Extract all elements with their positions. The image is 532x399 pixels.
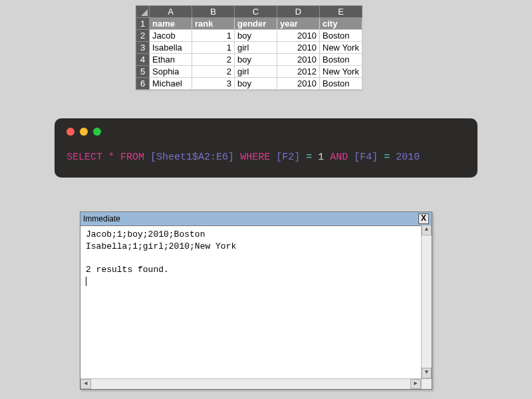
select-all-corner[interactable] <box>136 6 150 18</box>
horizontal-scrollbar[interactable]: ◄ ► <box>80 378 421 389</box>
scroll-right-button[interactable]: ► <box>410 379 421 389</box>
rowhead-1[interactable]: 1 <box>136 18 150 30</box>
table-ref: [Sheet1$A2:E6] <box>150 152 234 163</box>
colhead-b[interactable]: B <box>192 6 235 18</box>
field-f4: [F4] <box>354 152 378 163</box>
op-eq2: = <box>384 152 390 163</box>
scroll-left-button[interactable]: ◄ <box>80 379 91 389</box>
zoom-dot-icon[interactable] <box>93 128 101 136</box>
scroll-down-button[interactable]: ▼ <box>422 368 432 378</box>
text-cursor-icon <box>86 277 86 286</box>
lit-1: 1 <box>318 152 324 163</box>
output-line: Jacob;1;boy;2010;Boston <box>86 229 205 239</box>
cell[interactable]: New York <box>320 42 362 54</box>
rowhead-3[interactable]: 3 <box>136 42 150 54</box>
minimize-dot-icon[interactable] <box>80 128 88 136</box>
spreadsheet[interactable]: A B C D E 1 name rank gender year city 2… <box>136 5 362 90</box>
output-line: Isabella;1;girl;2010;New York <box>86 241 236 251</box>
rowhead-6[interactable]: 6 <box>136 78 150 90</box>
sql-query: SELECT * FROM [Sheet1$A2:E6] WHERE [F2] … <box>66 150 466 166</box>
cell[interactable]: Michael <box>150 78 192 90</box>
cell[interactable]: 1 <box>192 42 235 54</box>
header-city[interactable]: city <box>320 18 362 30</box>
resize-grip[interactable] <box>421 378 432 389</box>
kw-and: AND <box>330 152 348 163</box>
table-row[interactable]: 6 Michael 3 boy 2010 Boston <box>136 78 362 90</box>
table-row[interactable]: 2 Jacob 1 boy 2010 Boston <box>136 30 362 42</box>
result-count: 2 results found. <box>86 265 169 275</box>
colhead-a[interactable]: A <box>150 6 192 18</box>
cell[interactable]: 2 <box>192 66 235 78</box>
lit-2010: 2010 <box>396 152 420 163</box>
cell[interactable]: Isabella <box>150 42 192 54</box>
cell[interactable]: 3 <box>192 78 235 90</box>
cell[interactable]: Jacob <box>150 30 192 42</box>
cell[interactable]: Sophia <box>150 66 192 78</box>
table-row[interactable]: 4 Ethan 2 boy 2010 Boston <box>136 54 362 66</box>
scroll-up-button[interactable]: ▲ <box>422 225 432 235</box>
cell[interactable]: 2010 <box>277 54 320 66</box>
cell[interactable]: 2 <box>192 54 235 66</box>
header-name[interactable]: name <box>150 18 192 30</box>
cell[interactable]: Ethan <box>150 54 192 66</box>
immediate-titlebar[interactable]: Immediate X <box>80 212 432 226</box>
cell[interactable]: 2010 <box>277 30 320 42</box>
code-window: SELECT * FROM [Sheet1$A2:E6] WHERE [F2] … <box>55 118 477 178</box>
rowhead-2[interactable]: 2 <box>136 30 150 42</box>
kw-from: FROM <box>120 152 144 163</box>
immediate-output[interactable]: Jacob;1;boy;2010;Boston Isabella;1;girl;… <box>80 225 421 378</box>
kw-where: WHERE <box>240 152 270 163</box>
op-star: * <box>108 152 114 163</box>
immediate-title: Immediate <box>83 214 120 223</box>
cell[interactable]: girl <box>235 66 277 78</box>
cell[interactable]: Boston <box>320 54 362 66</box>
table-row[interactable]: 3 Isabella 1 girl 2010 New York <box>136 42 362 54</box>
cell[interactable]: 2010 <box>277 78 320 90</box>
cell[interactable]: girl <box>235 42 277 54</box>
kw-select: SELECT <box>66 152 102 163</box>
cell[interactable]: boy <box>235 30 277 42</box>
cell[interactable]: boy <box>235 78 277 90</box>
header-rank[interactable]: rank <box>192 18 235 30</box>
op-eq: = <box>306 152 312 163</box>
cell[interactable]: 1 <box>192 30 235 42</box>
rowhead-4[interactable]: 4 <box>136 54 150 66</box>
cell[interactable]: boy <box>235 54 277 66</box>
colhead-c[interactable]: C <box>235 6 277 18</box>
colhead-d[interactable]: D <box>277 6 320 18</box>
cell[interactable]: 2012 <box>277 66 320 78</box>
cell[interactable]: Boston <box>320 78 362 90</box>
cell[interactable]: 2010 <box>277 42 320 54</box>
header-year[interactable]: year <box>277 18 320 30</box>
immediate-window: Immediate X Jacob;1;boy;2010;Boston Isab… <box>80 211 432 390</box>
close-button[interactable]: X <box>418 213 429 224</box>
window-dots <box>66 128 466 136</box>
close-dot-icon[interactable] <box>66 128 74 136</box>
cell[interactable]: Boston <box>320 30 362 42</box>
rowhead-5[interactable]: 5 <box>136 66 150 78</box>
colhead-e[interactable]: E <box>320 6 362 18</box>
field-f2: [F2] <box>276 152 300 163</box>
table-row[interactable]: 5 Sophia 2 girl 2012 New York <box>136 66 362 78</box>
vertical-scrollbar[interactable]: ▲ ▼ <box>421 225 432 378</box>
header-gender[interactable]: gender <box>235 18 277 30</box>
cell[interactable]: New York <box>320 66 362 78</box>
